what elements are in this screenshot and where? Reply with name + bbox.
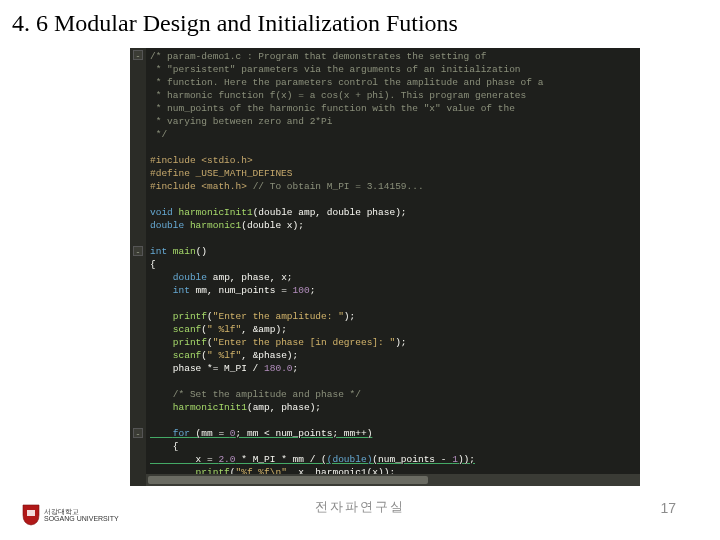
logo-text-kr: 서강대학교 (44, 508, 119, 515)
logo-text: 서강대학교 SOGANG UNIVERSITY (44, 508, 119, 522)
slide-footer: 서강대학교 SOGANG UNIVERSITY 전자파연구실 17 (0, 494, 720, 530)
university-logo: 서강대학교 SOGANG UNIVERSITY (22, 504, 119, 526)
fold-gutter: - - - (130, 48, 146, 486)
page-number: 17 (660, 500, 676, 516)
fold-marker[interactable]: - (133, 50, 143, 60)
fold-marker[interactable]: - (133, 428, 143, 438)
code-body: /* param-demo1.c : Program that demonstr… (150, 50, 638, 484)
code-editor: - - - /* param-demo1.c : Program that de… (130, 48, 640, 486)
scrollbar-thumb[interactable] (148, 476, 428, 484)
svg-rect-0 (27, 510, 35, 516)
horizontal-scrollbar[interactable] (146, 474, 640, 486)
section-heading: 4. 6 Modular Design and Initialization F… (12, 10, 458, 37)
lab-name: 전자파연구실 (315, 498, 405, 516)
logo-text-en: SOGANG UNIVERSITY (44, 515, 119, 522)
slide: 4. 6 Modular Design and Initialization F… (0, 0, 720, 540)
fold-marker[interactable]: - (133, 246, 143, 256)
shield-icon (22, 504, 40, 526)
